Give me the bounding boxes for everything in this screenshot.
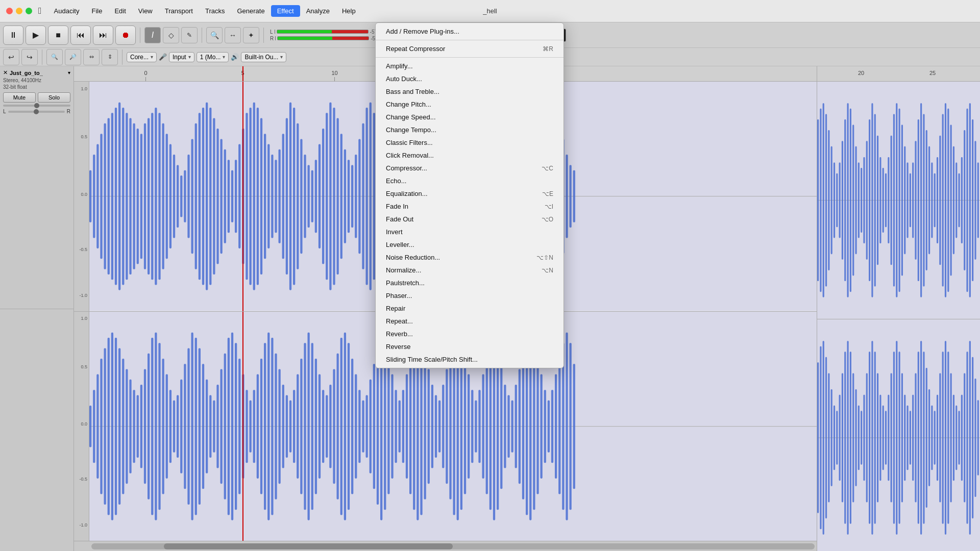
menu-item-repeat-compressor[interactable]: Repeat Compressor ⌘R: [376, 42, 564, 55]
menu-analyze[interactable]: Analyze: [300, 5, 336, 17]
multi-tool[interactable]: ✦: [243, 27, 259, 43]
pan-slider[interactable]: [8, 111, 65, 113]
menu-item-invert[interactable]: Invert: [376, 226, 564, 238]
menu-item-auto-duck[interactable]: Auto Duck...: [376, 72, 564, 85]
skip-back-button[interactable]: ⏮: [70, 26, 91, 45]
menu-item-change-speed[interactable]: Change Speed...: [376, 111, 564, 123]
menu-effect[interactable]: Effect: [271, 5, 300, 17]
svg-rect-285: [847, 103, 848, 297]
svg-rect-29: [187, 155, 189, 238]
svg-rect-341: [831, 389, 832, 486]
waveform-cursor: [242, 82, 243, 311]
menu-transport[interactable]: Transport: [159, 5, 199, 17]
menu-item-add-remove-plugins[interactable]: Add / Remove Plug-ins...: [376, 25, 564, 38]
svg-rect-187: [267, 332, 270, 520]
menu-item-paulstretch[interactable]: Paulstretch...: [376, 277, 564, 289]
gain-slider-thumb[interactable]: [34, 103, 39, 108]
svg-rect-183: [253, 390, 255, 463]
gain-slider[interactable]: [3, 105, 70, 107]
track-close-button[interactable]: ✕: [3, 69, 8, 76]
cpu-dropdown-arrow: ▾: [151, 54, 153, 60]
svg-rect-303: [896, 103, 897, 297]
output-device-select[interactable]: Built-in Ou... ▾: [241, 52, 286, 62]
menu-view[interactable]: View: [132, 5, 159, 17]
menu-item-change-tempo[interactable]: Change Tempo...: [376, 123, 564, 136]
pause-button[interactable]: ⏸: [3, 26, 23, 45]
zoom-tool[interactable]: 🔍: [206, 27, 223, 43]
svg-rect-23: [166, 134, 168, 259]
undo-button[interactable]: ↩: [3, 49, 19, 65]
menu-item-bass-treble[interactable]: Bass and Treble...: [376, 85, 564, 98]
menu-item-repeat[interactable]: Repeat...: [376, 315, 564, 328]
svg-rect-264: [548, 400, 550, 452]
close-button[interactable]: [6, 8, 13, 14]
envelope-tool[interactable]: ◇: [163, 27, 179, 43]
menu-item-amplify[interactable]: Amplify...: [376, 60, 564, 72]
menu-item-noise-reduction[interactable]: Noise Reduction... ⌥⇧N: [376, 251, 564, 264]
waveform-scale-bottom: 1.0 0.5 0.0 -0.5 -1.0: [74, 312, 89, 541]
cpu-device-select[interactable]: Core... ▾: [127, 52, 157, 62]
menu-item-reverb[interactable]: Reverb...: [376, 328, 564, 340]
solo-button[interactable]: Solo: [38, 92, 70, 103]
svg-rect-307: [906, 163, 908, 238]
menu-item-phaser[interactable]: Phaser...: [376, 289, 564, 302]
svg-rect-196: [300, 358, 302, 494]
minimize-button[interactable]: [16, 8, 22, 14]
menu-item-sliding-time[interactable]: Sliding Time Scale/Pitch Shift...: [376, 353, 564, 366]
timeshift-tool[interactable]: ↔: [225, 27, 241, 43]
menu-separator-1: [376, 40, 564, 40]
svg-rect-40: [228, 160, 230, 233]
horizontal-scrollbar[interactable]: [91, 543, 815, 549]
svg-rect-236: [446, 369, 448, 484]
menu-item-compressor[interactable]: Compressor... ⌥C: [376, 162, 564, 174]
menu-item-classic-filters[interactable]: Classic Filters...: [376, 136, 564, 149]
skip-forward-button[interactable]: ⏭: [93, 26, 113, 45]
svg-rect-62: [308, 165, 310, 228]
menu-item-echo[interactable]: Echo...: [376, 174, 564, 187]
separator2: [202, 28, 202, 43]
mono-select[interactable]: 1 (Mo... ▾: [197, 52, 229, 62]
play-button[interactable]: ▶: [26, 26, 46, 45]
svg-rect-214: [366, 395, 368, 458]
record-button[interactable]: ⏺: [115, 26, 136, 45]
selection-tool[interactable]: I: [144, 27, 161, 43]
svg-rect-222: [395, 390, 397, 463]
track-dropdown-button[interactable]: ▾: [68, 70, 70, 76]
fit-track-button[interactable]: ⇕: [102, 49, 118, 65]
stop-button[interactable]: ■: [48, 26, 68, 45]
mute-button[interactable]: Mute: [3, 92, 36, 103]
menu-item-normalize[interactable]: Normalize... ⌥N: [376, 264, 564, 277]
input-device-select[interactable]: Input ▾: [169, 52, 194, 62]
redo-button[interactable]: ↪: [21, 49, 38, 65]
svg-rect-294: [871, 103, 873, 297]
menu-item-repair[interactable]: Repair: [376, 302, 564, 315]
svg-rect-27: [180, 176, 182, 217]
menu-tracks[interactable]: Tracks: [199, 5, 231, 17]
svg-rect-224: [402, 390, 404, 463]
svg-rect-225: [406, 374, 408, 478]
menu-item-click-removal[interactable]: Click Removal...: [376, 149, 564, 162]
svg-rect-7: [108, 118, 110, 274]
svg-rect-205: [333, 369, 335, 484]
pan-slider-thumb[interactable]: [34, 109, 39, 114]
svg-rect-300: [888, 157, 889, 243]
fit-project-button[interactable]: ⇔: [83, 49, 100, 65]
svg-rect-281: [836, 173, 838, 228]
menu-edit[interactable]: Edit: [108, 5, 132, 17]
menu-item-fade-in[interactable]: Fade In ⌥I: [376, 200, 564, 213]
svg-rect-269: [566, 332, 568, 520]
zoom-in-button[interactable]: 🔍: [46, 49, 63, 65]
draw-tool[interactable]: ✎: [181, 27, 198, 43]
menu-audacity[interactable]: Audacity: [48, 5, 86, 17]
menu-help[interactable]: Help: [336, 5, 362, 17]
menu-generate[interactable]: Generate: [231, 5, 271, 17]
menu-file[interactable]: File: [85, 5, 108, 17]
menu-item-fade-out[interactable]: Fade Out ⌥O: [376, 213, 564, 226]
maximize-button[interactable]: [26, 8, 32, 14]
zoom-out-button[interactable]: 🔎: [65, 49, 81, 65]
menu-item-leveller[interactable]: Leveller...: [376, 238, 564, 251]
menu-item-reverse[interactable]: Reverse: [376, 340, 564, 353]
menu-item-equalization[interactable]: Equalization... ⌥E: [376, 187, 564, 200]
menu-item-change-pitch[interactable]: Change Pitch...: [376, 98, 564, 111]
svg-rect-197: [304, 343, 306, 510]
